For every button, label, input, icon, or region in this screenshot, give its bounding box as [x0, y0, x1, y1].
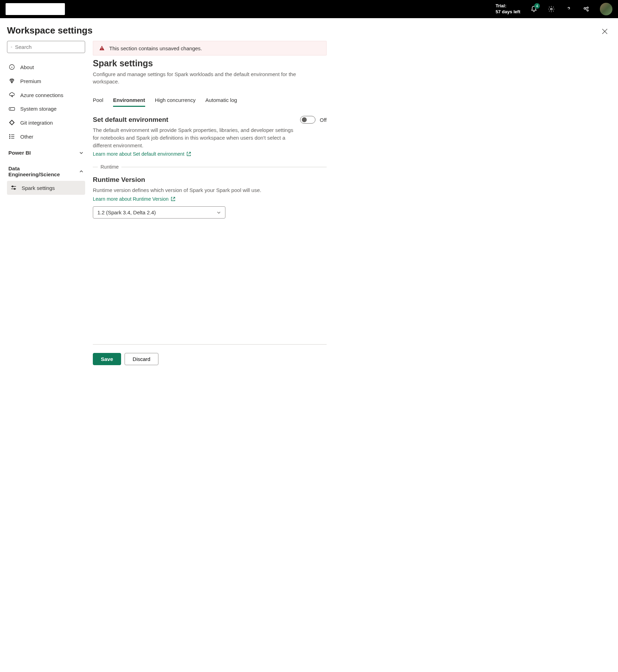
storage-icon [8, 107, 15, 111]
unsaved-changes-alert: This section contains unsaved changes. [93, 41, 327, 56]
sidebar-item-azure[interactable]: Azure connections [7, 88, 85, 102]
svg-point-13 [102, 49, 102, 50]
external-link-icon [171, 197, 176, 201]
top-bar: Trial: 57 days left 4 [0, 0, 618, 18]
tab-environment[interactable]: Environment [113, 94, 145, 107]
app-switcher[interactable] [6, 3, 65, 15]
avatar[interactable] [600, 3, 612, 15]
spark-settings-desc: Configure and manage settings for Spark … [93, 71, 309, 85]
warning-icon [99, 45, 105, 51]
sidebar-item-label: System storage [20, 106, 57, 112]
runtime-version-select[interactable]: 1.2 (Spark 3.4, Delta 2.4) [93, 206, 225, 219]
search-input[interactable] [15, 44, 81, 50]
git-icon [8, 119, 15, 126]
sidebar-item-spark-settings[interactable]: Spark settings [7, 181, 85, 195]
sidebar-item-label: Premium [20, 78, 41, 84]
sidebar: About Premium Azure connections System s… [7, 41, 85, 374]
search-icon [11, 44, 12, 50]
sidebar-item-label: About [20, 64, 34, 70]
discard-button[interactable]: Discard [125, 353, 158, 365]
info-icon [8, 64, 15, 70]
page-title: Workspace settings [7, 25, 610, 36]
diamond-icon [8, 78, 15, 84]
spark-tabs: Pool Environment High concurrency Automa… [93, 94, 327, 107]
svg-point-12 [14, 188, 15, 190]
save-button[interactable]: Save [93, 353, 121, 365]
svg-point-10 [9, 138, 10, 139]
svg-point-4 [11, 46, 12, 47]
sidebar-item-label: Other [20, 134, 33, 140]
chevron-down-icon [217, 211, 221, 215]
main-content: This section contains unsaved changes. S… [93, 41, 327, 374]
chevron-down-icon [79, 150, 84, 155]
default-env-learn-link[interactable]: Learn more about Set default environment [93, 151, 191, 157]
cloud-icon [8, 92, 15, 98]
close-button[interactable] [600, 27, 610, 36]
svg-point-9 [9, 136, 10, 137]
sidebar-item-storage[interactable]: System storage [7, 102, 85, 116]
svg-rect-6 [9, 108, 15, 110]
external-link-icon [186, 152, 191, 156]
runtime-version-desc: Runtime version defines which version of… [93, 186, 295, 194]
settings-icon[interactable] [548, 5, 555, 13]
trial-info: Trial: 57 days left [496, 3, 520, 15]
sidebar-item-other[interactable]: Other [7, 130, 85, 143]
tab-automatic-log[interactable]: Automatic log [205, 94, 237, 107]
search-box[interactable] [7, 41, 85, 53]
feedback-icon[interactable] [582, 5, 590, 13]
notification-badge: 4 [534, 3, 540, 9]
svg-point-7 [10, 109, 10, 109]
svg-point-3 [587, 10, 588, 11]
sidebar-item-git[interactable]: Git integration [7, 116, 85, 130]
sidebar-item-about[interactable]: About [7, 60, 85, 74]
tab-pool[interactable]: Pool [93, 94, 103, 107]
footer-actions: Save Discard [93, 344, 327, 374]
default-env-toggle[interactable] [300, 116, 315, 124]
default-env-desc: The default environment will provide Spa… [93, 126, 295, 149]
sidebar-item-label: Azure connections [20, 92, 63, 98]
notifications-icon[interactable]: 4 [530, 5, 538, 13]
chevron-up-icon [79, 169, 84, 174]
sliders-icon [10, 185, 17, 191]
sidebar-group-datasci[interactable]: Data Engineering/Science [7, 162, 85, 181]
sidebar-item-premium[interactable]: Premium [7, 74, 85, 88]
runtime-version-title: Runtime Version [93, 176, 327, 184]
spark-settings-title: Spark settings [93, 58, 327, 68]
sidebar-item-label: Spark settings [22, 185, 55, 191]
tab-high-concurrency[interactable]: High concurrency [155, 94, 196, 107]
svg-point-2 [587, 7, 588, 8]
runtime-learn-link[interactable]: Learn more about Runtime Version [93, 196, 176, 202]
sidebar-item-label: Git integration [20, 120, 53, 126]
sidebar-group-powerbi[interactable]: Power BI [7, 146, 85, 159]
svg-point-11 [12, 186, 13, 187]
svg-point-8 [9, 134, 10, 135]
default-env-title: Set default environment [93, 116, 168, 124]
toggle-state-label: Off [320, 117, 327, 123]
svg-point-0 [551, 8, 552, 10]
list-icon [8, 133, 15, 140]
help-icon[interactable] [565, 5, 573, 13]
runtime-fieldset: Runtime [93, 164, 327, 170]
